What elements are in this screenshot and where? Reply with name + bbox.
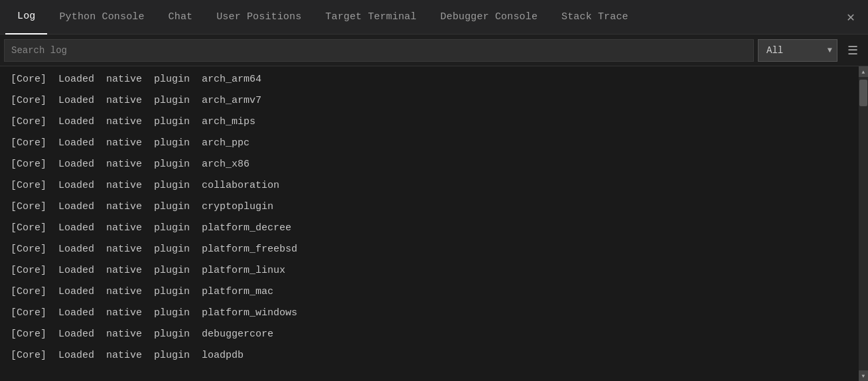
log-line: [Core] Loaded native plugin arch_ppc bbox=[0, 133, 859, 154]
log-line: [Core] Loaded native plugin platform_lin… bbox=[0, 260, 859, 281]
scroll-down-button[interactable]: ▼ bbox=[859, 370, 868, 381]
log-line: [Core] Loaded native plugin arch_armv7 bbox=[0, 90, 859, 112]
log-line: [Core] Loaded native plugin arch_x86 bbox=[0, 154, 859, 175]
search-input[interactable] bbox=[4, 39, 754, 62]
log-line: [Core] Loaded native plugin platform_win… bbox=[0, 303, 859, 324]
scrollbar-track: ▲ ▼ bbox=[859, 66, 868, 381]
tab-target-terminal[interactable]: Target Terminal bbox=[313, 0, 428, 35]
log-line: [Core] Loaded native plugin collaboratio… bbox=[0, 175, 859, 196]
log-line: [Core] Loaded native plugin arch_mips bbox=[0, 112, 859, 133]
log-line: [Core] Loaded native plugin platform_fre… bbox=[0, 239, 859, 260]
search-bar: All Core Info Warning Error ▼ ☰ bbox=[0, 35, 868, 66]
filter-select[interactable]: All Core Info Warning Error bbox=[758, 39, 837, 62]
tab-log[interactable]: Log bbox=[5, 0, 47, 35]
filter-wrapper: All Core Info Warning Error ▼ bbox=[758, 39, 837, 62]
log-line: [Core] Loaded native plugin platform_mac bbox=[0, 281, 859, 303]
tab-python-console[interactable]: Python Console bbox=[47, 0, 156, 35]
scrollbar-thumb-area bbox=[859, 77, 868, 370]
tab-stack-trace[interactable]: Stack Trace bbox=[549, 0, 640, 35]
tab-bar: Log Python Console Chat User Positions T… bbox=[0, 0, 868, 35]
log-line: [Core] Loaded native plugin loadpdb bbox=[0, 345, 859, 366]
log-line: [Core] Loaded native plugin debuggercore bbox=[0, 324, 859, 345]
log-content[interactable]: [Core] Loaded native plugin arch_arm64[C… bbox=[0, 66, 859, 381]
scrollbar-thumb[interactable] bbox=[859, 80, 867, 106]
scroll-up-button[interactable]: ▲ bbox=[859, 66, 868, 77]
tab-chat[interactable]: Chat bbox=[157, 0, 205, 35]
log-line: [Core] Loaded native plugin cryptoplugin bbox=[0, 196, 859, 218]
log-line: [Core] Loaded native plugin arch_arm64 bbox=[0, 69, 859, 90]
log-area: [Core] Loaded native plugin arch_arm64[C… bbox=[0, 66, 868, 381]
menu-icon[interactable]: ☰ bbox=[841, 39, 864, 62]
tab-debugger-console[interactable]: Debugger Console bbox=[429, 0, 549, 35]
close-button[interactable]: ✕ bbox=[839, 5, 863, 29]
log-line: [Core] Loaded native plugin platform_dec… bbox=[0, 218, 859, 239]
tab-user-positions[interactable]: User Positions bbox=[204, 0, 313, 35]
